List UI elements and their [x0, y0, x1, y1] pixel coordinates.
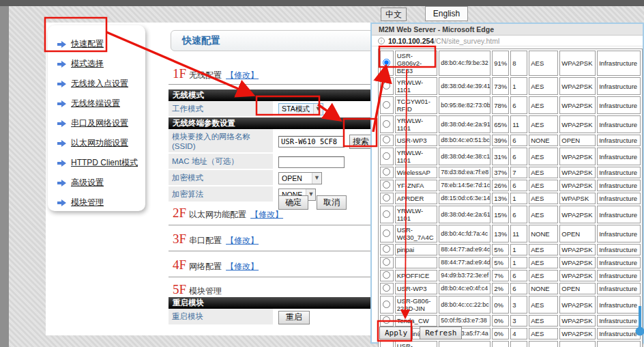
network-mac: d8:15:0d:c6:3e:14 [439, 193, 491, 204]
modify-link-2f[interactable]: 【修改】 [250, 210, 283, 219]
floor-number: 4F [173, 258, 186, 272]
encryption-mode-select[interactable]: OPEN ▼ [278, 172, 322, 184]
section-title: 模块管理 [189, 286, 222, 296]
sidebar-item[interactable]: 无线终端设置 [57, 94, 145, 113]
network-channel: 1 [510, 244, 527, 255]
sidebar: 快速配置 模式选择 无线接入点设置 无线终端设置 串口及网络设置 以太网功能设置… [48, 25, 145, 211]
network-signal: 39% [492, 135, 509, 146]
network-radio[interactable] [383, 258, 390, 266]
network-auth: WPA2PSK [559, 257, 596, 268]
ssid-label: 模块要接入的网络名称(SSID) [169, 129, 273, 154]
network-radio[interactable] [383, 271, 390, 279]
network-ssid: YRWLW-1101 [395, 206, 437, 223]
sidebar-item-label: 以太网功能设置 [71, 137, 128, 149]
section-title: 以太网功能配置 [189, 210, 246, 219]
network-auth: WPAPSK [559, 193, 596, 204]
popup-title-bar[interactable]: M2M Web Server - Microsoft Edge [372, 24, 643, 36]
network-radio[interactable] [383, 194, 390, 202]
network-auth: WPA2PSK [559, 148, 596, 165]
site-survey-popup-window: M2M Web Server - Microsoft Edge i 10.10.… [370, 23, 644, 344]
network-auth: OPEN [559, 283, 596, 294]
mac-label: MAC 地址（可选） [169, 154, 273, 170]
network-row: TCGYW01-RFID b0:95:8e:82:73:0b 78% 6 AES… [380, 96, 641, 114]
network-row: USR-G806v2-BE33 d8:b0:4c:f9:be:32 91% 8 … [380, 51, 641, 76]
network-radio[interactable] [383, 136, 390, 143]
network-row: YF-ZNFA 78:eb:14:5e:7d:1c 26% 6 AES WPA2… [380, 180, 641, 191]
network-type: Infrastructure [597, 180, 641, 191]
network-radio[interactable] [383, 168, 390, 176]
section-heading-3f: 3F串口配置【修改】 [173, 232, 259, 247]
network-mac: d8:b0:4c:00:00:40 [439, 341, 491, 347]
network-auth: WPA2PSK [559, 206, 596, 223]
cancel-button[interactable]: 取消 [317, 195, 347, 210]
network-radio[interactable] [383, 301, 390, 308]
language-button-english[interactable]: English [425, 6, 468, 21]
popup-url-bar[interactable]: i 10.10.100.254/CN/site_survey.html [372, 36, 643, 46]
network-auth: WPA2PSK [559, 167, 596, 178]
network-radio[interactable] [383, 284, 390, 292]
sidebar-item[interactable]: 模式选择 [57, 54, 145, 74]
network-type: Infrastructure [597, 225, 641, 242]
network-signal: 26% [492, 180, 509, 191]
modify-link-1f[interactable]: 【修改】 [226, 70, 259, 80]
network-channel: 8 [510, 51, 527, 76]
sidebar-item[interactable]: 串口及网络设置 [57, 113, 145, 133]
apply-button[interactable]: Apply [379, 327, 413, 339]
network-ssid: Tenda_CW [395, 315, 437, 327]
search-button[interactable]: 搜索 [349, 135, 372, 149]
sidebar-item[interactable]: 高级设置 [57, 173, 145, 193]
refresh-button[interactable]: Refresh [420, 327, 462, 339]
network-radio[interactable] [383, 152, 390, 160]
network-signal: 2% [492, 283, 509, 294]
blue-arrow-icon [57, 61, 67, 68]
top-edge-band [0, 0, 644, 6]
network-radio[interactable] [383, 316, 390, 324]
network-radio[interactable] [383, 181, 390, 189]
language-button-chinese[interactable]: 中文 [381, 8, 407, 21]
network-radio[interactable] [383, 120, 390, 128]
network-radio[interactable] [383, 101, 390, 109]
network-radio[interactable] [383, 230, 390, 237]
network-channel: 11 [510, 115, 527, 133]
network-ssid: YF-ZNFA [395, 180, 437, 191]
sidebar-item[interactable]: HTTPD Client模式 [57, 153, 145, 173]
network-channel: 6 [510, 341, 527, 347]
network-ssid: USR-WP3 [395, 135, 437, 146]
network-ssid: USR-G806-22BD-JIN [395, 296, 437, 314]
floor-number: 5F [173, 282, 186, 296]
modify-link-3f[interactable]: 【修改】 [226, 236, 259, 245]
network-ssid: KPOFFICE [395, 270, 437, 281]
floor-number: 3F [173, 232, 186, 246]
network-ssid: YRWLW-1101 [395, 148, 437, 165]
network-mac: d8:38:0d:4e:2a:91 [439, 115, 491, 133]
network-encryption: AES [529, 296, 558, 314]
network-signal: 78% [492, 96, 509, 114]
sidebar-item[interactable]: 模块管理 [57, 193, 145, 212]
mac-input[interactable] [278, 156, 345, 168]
blue-arrow-icon [57, 140, 67, 147]
sidebar-item[interactable]: 快速配置 [57, 34, 145, 54]
network-auth: WPA2PSK [559, 115, 596, 133]
network-signal: 0% [492, 328, 509, 339]
network-channel: 4 [510, 328, 527, 339]
section-heading-1f: 1F无线配置【修改】 [173, 66, 259, 81]
modify-link-4f[interactable]: 【修改】 [226, 262, 259, 271]
network-row: USR-G806-22BD-JIN d8:b0:4c:cc:22:bc 0% 3… [380, 296, 641, 314]
network-signal: 91% [492, 51, 509, 76]
restart-button[interactable]: 重启 [278, 311, 310, 324]
work-mode-select[interactable]: STA模式 ▼ [278, 103, 323, 115]
sidebar-item[interactable]: 无线接入点设置 [57, 74, 145, 94]
network-radio[interactable] [383, 82, 390, 89]
network-radio[interactable] [383, 245, 390, 253]
network-type: Infrastructure [597, 148, 641, 165]
network-radio[interactable] [383, 210, 390, 218]
network-mac: d8:38:0d:4e:39:41 [439, 77, 491, 95]
network-encryption: AES [529, 257, 558, 268]
network-signal: 7% [492, 270, 509, 281]
network-channel: 6 [510, 135, 527, 146]
network-auth: WPA2PSK [559, 244, 596, 255]
blue-arrow-icon [57, 120, 67, 127]
network-radio[interactable] [383, 59, 390, 66]
ssid-input[interactable] [278, 136, 345, 148]
sidebar-item[interactable]: 以太网功能设置 [57, 133, 145, 153]
